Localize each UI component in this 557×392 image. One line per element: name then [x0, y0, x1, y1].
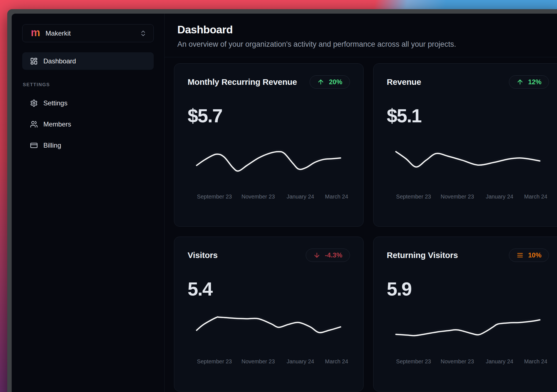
trend-value: 10% [528, 251, 541, 259]
axis-label: March 24 [325, 358, 348, 365]
axis-label: March 24 [325, 193, 348, 200]
chart-canvas [392, 145, 543, 186]
arrow-up-icon [317, 78, 324, 86]
users-icon [30, 120, 38, 128]
axis-label: January 24 [486, 358, 513, 365]
sidebar-item-members[interactable]: Members [22, 115, 154, 133]
sidebar-item-label: Billing [43, 142, 61, 149]
axis-label: March 24 [524, 193, 547, 200]
trend-steady-icon [516, 252, 524, 259]
metric-value: 5.9 [387, 278, 549, 300]
arrow-up-icon [516, 78, 524, 86]
org-switcher[interactable]: m Makerkit [22, 24, 154, 42]
line-chart: September 23November 23January 24March 2… [392, 145, 543, 201]
chart-canvas [392, 309, 543, 351]
credit-card-icon [30, 142, 38, 149]
metric-value: 5.4 [188, 278, 350, 300]
metric-card-revenue: Revenue 12% $5.1 September 23November 23… [373, 63, 557, 227]
chart-line [396, 320, 540, 336]
x-axis-labels: September 23November 23January 24March 2… [193, 193, 344, 201]
layout-dashboard-icon [30, 57, 38, 65]
sidebar: m Makerkit Dashboard SETTINGS [12, 14, 165, 392]
sidebar-item-label: Settings [43, 99, 68, 107]
chart-line [396, 152, 540, 167]
chart-line [197, 152, 341, 171]
makerkit-logo: m [31, 27, 40, 38]
axis-label: January 24 [287, 193, 314, 200]
trend-badge: 12% [509, 75, 549, 89]
metric-card-returning-visitors: Returning Visitors 10% 5.9 September 23N… [373, 237, 557, 391]
main-area: Dashboard An overview of your organizati… [165, 14, 557, 392]
app-window: m Makerkit Dashboard SETTINGS [7, 9, 557, 392]
axis-label: November 23 [242, 358, 275, 365]
metric-card-mrr: Monthly Recurring Revenue 20% $5.7 Septe… [174, 63, 364, 227]
card-title: Revenue [387, 77, 421, 87]
axis-label: November 23 [441, 358, 474, 365]
axis-label: January 24 [287, 358, 314, 365]
x-axis-labels: September 23November 23January 24March 2… [193, 358, 344, 366]
metric-value: $5.7 [188, 105, 350, 126]
card-title: Returning Visitors [387, 250, 458, 260]
axis-label: November 23 [242, 193, 275, 200]
metric-card-visitors: Visitors -4.3% 5.4 September 23November … [174, 237, 364, 391]
arrow-down-icon [313, 252, 320, 259]
trend-value: -4.3% [325, 251, 342, 259]
page-subtitle: An overview of your organization's activ… [177, 40, 553, 49]
line-chart: September 23November 23January 24March 2… [193, 309, 344, 366]
axis-label: September 23 [396, 358, 431, 365]
chart-canvas [193, 309, 344, 351]
primary-nav: Dashboard SETTINGS Settings Members [22, 52, 154, 154]
chart-line [197, 317, 341, 333]
chart-canvas [193, 145, 344, 186]
card-title: Monthly Recurring Revenue [188, 77, 297, 87]
gear-icon [30, 99, 38, 107]
sidebar-item-billing[interactable]: Billing [22, 137, 154, 154]
trend-badge: 10% [509, 249, 549, 262]
trend-badge: -4.3% [306, 249, 350, 262]
line-chart: September 23November 23January 24March 2… [392, 309, 543, 366]
trend-value: 20% [329, 78, 342, 86]
metric-value: $5.1 [387, 105, 549, 126]
app-content: m Makerkit Dashboard SETTINGS [12, 14, 557, 392]
axis-label: September 23 [197, 193, 232, 200]
sidebar-item-settings[interactable]: Settings [22, 94, 154, 112]
trend-badge: 20% [310, 75, 350, 89]
org-name: Makerkit [46, 29, 71, 37]
sidebar-item-dashboard[interactable]: Dashboard [22, 52, 154, 70]
chevrons-up-down-icon [140, 30, 147, 37]
sidebar-item-label: Members [43, 120, 71, 128]
card-title: Visitors [188, 250, 218, 260]
line-chart: September 23November 23January 24March 2… [193, 145, 344, 201]
axis-label: January 24 [486, 193, 513, 200]
axis-label: September 23 [197, 358, 232, 365]
x-axis-labels: September 23November 23January 24March 2… [392, 358, 543, 366]
sidebar-item-label: Dashboard [43, 57, 76, 65]
axis-label: September 23 [396, 193, 431, 200]
x-axis-labels: September 23November 23January 24March 2… [392, 193, 543, 201]
trend-value: 12% [528, 78, 541, 86]
nav-section-label: SETTINGS [23, 82, 154, 88]
page-title: Dashboard [177, 24, 553, 36]
page-header: Dashboard An overview of your organizati… [165, 14, 557, 57]
axis-label: March 24 [524, 358, 547, 365]
metrics-grid: Monthly Recurring Revenue 20% $5.7 Septe… [165, 57, 557, 391]
axis-label: November 23 [441, 193, 474, 200]
